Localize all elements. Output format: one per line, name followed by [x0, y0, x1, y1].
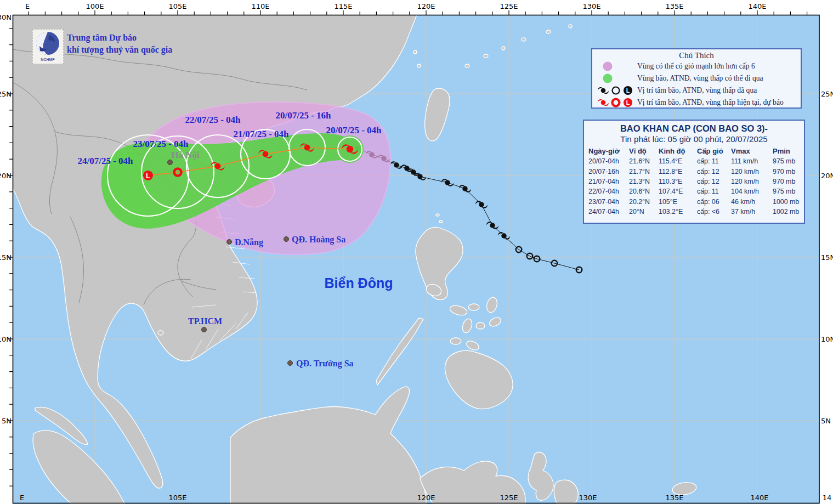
axis-label-bottom: 140E [750, 494, 768, 502]
table-column-header: Pmin [773, 146, 803, 156]
axis-label-left: 30N [0, 13, 12, 21]
org-name-line1: Trung tâm Dự báo [67, 33, 137, 43]
table-cell: cấp: 12 [697, 167, 731, 177]
axis-label-bottom: 130E [579, 494, 597, 502]
table-cell: 20/07-04h [588, 156, 629, 166]
islet [465, 64, 469, 67]
legend-item: LVị trí tâm bão, ATNĐ, vùng thấp đã qua [592, 84, 801, 97]
axis-label-bottom: 135E [665, 494, 683, 502]
forecast-datetime-label: 20/07/25 - 16h [275, 110, 331, 121]
legend-title: Chú Thích [592, 51, 801, 60]
sea-name-label: Biển Đông [325, 275, 393, 291]
table-cell: 21/07-04h [588, 177, 629, 186]
table-column-header: Vĩ độ [629, 146, 659, 156]
table-cell: 115.4°E [659, 156, 697, 166]
city-dot [227, 240, 232, 245]
table-cell: 21.3°N [629, 177, 659, 186]
table-cell: 20.2°N [629, 197, 659, 207]
storm-forecast-table: Ngày-giờVĩ độKinh độCấp gióVmaxPmin20/07… [584, 144, 804, 217]
table-cell: 21.6°N [629, 156, 659, 166]
table-cell: 111 km/h [731, 156, 773, 166]
axis-label-right: 20N [821, 172, 833, 180]
legend-item: LVị trí tâm bão, ATNĐ, vùng thấp hiện tạ… [592, 97, 801, 109]
table-cell: 20/07-16h [588, 167, 629, 177]
table-column-header: Ngày-giờ [588, 146, 629, 156]
table-cell: 22/07-04h [588, 186, 629, 196]
table-cell: 20.6°N [629, 186, 659, 196]
city-dot [288, 361, 293, 366]
axis-label-left: 5N [2, 417, 12, 425]
axis-label-top: 125E [500, 2, 518, 10]
table-cell: cấp: <6 [697, 207, 731, 217]
table-cell: 24/07-04h [588, 207, 629, 217]
legend-panel: Chú Thích Vùng có thể có gió mạnh lớn hơ… [591, 48, 802, 109]
islet [569, 25, 572, 28]
nchmf-logo: NCHMF [32, 29, 64, 64]
table-cell: 970 mb [773, 167, 803, 177]
table-cell: 37 km/h [731, 207, 773, 217]
forecast-low-symbol: L [143, 171, 153, 180]
axis-label-right: 15N [821, 253, 833, 262]
org-name-line2: khí tượng thuỷ văn quốc gia [67, 45, 172, 55]
axis-label-left: 25N [0, 90, 12, 98]
table-cell: cấp: 11 [697, 186, 731, 196]
table-cell: 23/07-04h [588, 197, 629, 207]
table-column-header: Vmax [731, 146, 773, 156]
axis-label-bottom: 14 [823, 494, 832, 502]
table-cell: 970 mb [773, 177, 803, 186]
axis-label-top: 130E [582, 2, 600, 10]
table-cell: 21.7°N [629, 167, 659, 177]
axis-label-bottom: 125E [500, 494, 518, 502]
island [450, 338, 461, 344]
islet [546, 30, 551, 33]
place-label: QĐ. Hoàng Sa [292, 235, 345, 245]
axis-label-top: 135E [665, 2, 683, 10]
current-symbols-icon: L [597, 97, 637, 109]
svg-text:L: L [626, 99, 630, 106]
islet [439, 220, 443, 223]
storm-info-panel: BAO KHAN CAP (CON BAO SO 3)- Tin phát lú… [583, 120, 805, 224]
islet [413, 50, 417, 54]
table-cell: 120 km/h [731, 167, 773, 177]
legend-item-label: Vị trí tâm bão, ATNĐ, vùng thấp hiện tại… [637, 98, 784, 107]
legend-item: Vùng bão, ATNĐ, vùng thấp có thể đi qua [592, 72, 801, 84]
axis-label-bottom: E [20, 494, 24, 502]
axis-label-top: 115E [334, 2, 352, 10]
legend-item: Vùng có thể có gió mạnh lớn hơn cấp 6 [592, 60, 801, 72]
axis-label-top: 110E [251, 2, 269, 10]
axis-label-top: 100E [86, 2, 104, 10]
table-cell: 112.8°E [659, 167, 697, 177]
green-area-icon [597, 73, 637, 84]
island [476, 322, 485, 329]
nchmf-logo-emblem: NCHMF [33, 30, 63, 64]
axis-label-top: 120E [417, 2, 435, 10]
table-cell: 1000 mb [773, 197, 803, 207]
svg-text:L: L [146, 172, 150, 180]
islet [436, 214, 439, 216]
axis-label-top: 140E [748, 2, 766, 10]
legend-item-label: Vùng có thể có gió mạnh lớn hơn cấp 6 [637, 62, 755, 71]
table-cell: 20°N [629, 207, 659, 217]
city-dot [168, 160, 173, 165]
axis-label-left: 20N [0, 172, 12, 180]
axis-label-right: 5N [821, 417, 831, 425]
place-label: Hà Nội [171, 150, 200, 160]
forecast-datetime-label: 24/07/25 - 04h [77, 156, 133, 166]
table-column-header: Cấp gió [697, 146, 731, 156]
table-cell: 975 mb [773, 186, 803, 196]
axis-label-bottom: 105E [168, 494, 186, 502]
table-cell: 1002 mb [773, 207, 803, 217]
table-cell: cấp: 12 [697, 177, 731, 186]
forecast-datetime-label: 23/07/25 - 04h [133, 139, 189, 149]
table-cell: 46 km/h [731, 197, 773, 207]
place-label: QĐ. Trường Sa [296, 359, 354, 369]
table-column-header: Kinh độ [659, 146, 697, 156]
table-cell: 110.3°E [659, 177, 697, 186]
islet [484, 54, 488, 58]
islet [158, 331, 163, 335]
legend-item-label: Vùng bão, ATNĐ, vùng thấp có thể đi qua [637, 74, 763, 83]
islet [522, 38, 526, 41]
forecast-datetime-label: 20/07/25 - 04h [326, 125, 382, 135]
islet [502, 47, 505, 50]
place-label: Đ.Nẵng [235, 237, 263, 247]
